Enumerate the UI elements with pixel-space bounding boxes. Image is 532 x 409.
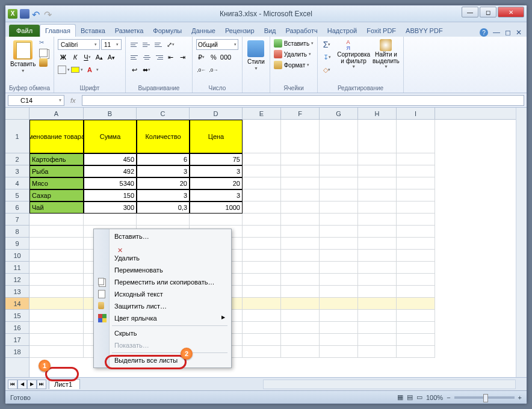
- worksheet[interactable]: A B C D E F G H I 1 2 3 4 5 6 7 8 9 10 1…: [5, 108, 527, 377]
- row-header[interactable]: 2: [5, 153, 29, 165]
- close-button[interactable]: ✕: [498, 7, 524, 17]
- align-left-button[interactable]: [129, 52, 140, 63]
- col-header[interactable]: G: [320, 108, 358, 119]
- cell[interactable]: менование товара: [29, 120, 84, 153]
- align-top-button[interactable]: [129, 39, 140, 50]
- col-header[interactable]: F: [281, 108, 320, 119]
- undo-icon[interactable]: ↶: [32, 9, 42, 19]
- italic-button[interactable]: К: [70, 52, 81, 63]
- underline-button[interactable]: Ч▾: [82, 52, 93, 63]
- align-right-button[interactable]: [153, 52, 164, 63]
- fx-icon[interactable]: fx: [67, 97, 79, 104]
- decrease-font-button[interactable]: A▾: [106, 52, 117, 63]
- doc-minimize-icon[interactable]: —: [493, 28, 500, 37]
- tab-data[interactable]: Данные: [187, 25, 220, 37]
- row-header[interactable]: 18: [5, 346, 29, 358]
- fill-button[interactable]: ↧▾: [321, 52, 332, 63]
- font-name-combo[interactable]: Calibri▾: [58, 39, 100, 50]
- col-header[interactable]: D: [190, 108, 243, 119]
- format-cells-button[interactable]: Формат▾: [274, 61, 310, 69]
- row-header[interactable]: 7: [5, 214, 29, 226]
- format-painter-icon[interactable]: [39, 58, 48, 67]
- tab-nav-first[interactable]: ⏮: [8, 380, 17, 389]
- save-icon[interactable]: [20, 9, 29, 19]
- column-headers[interactable]: A B C D E F G H I: [29, 108, 516, 120]
- paste-button[interactable]: Вставить ▼: [9, 39, 37, 74]
- styles-button[interactable]: Стили▼: [246, 39, 266, 72]
- zoom-level[interactable]: 100%: [426, 394, 443, 401]
- row-header[interactable]: 6: [5, 201, 29, 214]
- row-header[interactable]: 3: [5, 165, 29, 177]
- decrease-decimal-button[interactable]: ,0→: [208, 64, 219, 75]
- row-header[interactable]: 16: [5, 322, 29, 334]
- help-icon[interactable]: ?: [480, 28, 488, 37]
- col-header[interactable]: B: [84, 108, 137, 119]
- tab-insert[interactable]: Вставка: [76, 25, 110, 37]
- tab-view[interactable]: Вид: [259, 25, 281, 37]
- col-header[interactable]: H: [358, 108, 397, 119]
- fill-color-button[interactable]: [71, 67, 79, 73]
- tab-review[interactable]: Рецензир: [220, 25, 259, 37]
- col-header[interactable]: C: [137, 108, 190, 119]
- orientation-button[interactable]: ⤢▾: [165, 39, 176, 50]
- currency-button[interactable]: ₽▾: [196, 52, 207, 63]
- copy-icon[interactable]: [39, 49, 48, 57]
- tab-formulas[interactable]: Формулы: [148, 25, 187, 37]
- row-header[interactable]: 12: [5, 274, 29, 286]
- redo-icon[interactable]: ↷: [44, 9, 54, 19]
- row-header[interactable]: 8: [5, 226, 29, 238]
- row-header[interactable]: 10: [5, 250, 29, 262]
- increase-font-button[interactable]: A▴: [94, 52, 105, 63]
- bold-button[interactable]: Ж: [58, 52, 69, 63]
- font-color-button[interactable]: A: [84, 64, 95, 75]
- col-header[interactable]: E: [243, 108, 281, 119]
- zoom-in-button[interactable]: +: [518, 394, 522, 401]
- number-format-combo[interactable]: Общий▾: [196, 39, 238, 50]
- doc-restore-icon[interactable]: ◻: [505, 28, 511, 37]
- font-size-combo[interactable]: 11▾: [101, 39, 122, 50]
- clear-button[interactable]: ◇▾: [321, 64, 332, 75]
- tab-nav-last[interactable]: ⏭: [37, 380, 46, 389]
- increase-decimal-button[interactable]: ,0←: [196, 64, 207, 75]
- sort-filter-button[interactable]: Сортировка и фильтр▼: [337, 39, 370, 69]
- cell[interactable]: Картофель: [29, 153, 84, 165]
- ctx-insert[interactable]: Вставить…: [95, 230, 230, 242]
- border-button[interactable]: [58, 66, 66, 74]
- view-layout-icon[interactable]: ▤: [407, 393, 413, 401]
- select-all-corner[interactable]: [5, 108, 29, 120]
- tab-home[interactable]: Главная: [40, 24, 76, 37]
- name-box[interactable]: C14: [8, 95, 64, 106]
- row-header[interactable]: 9: [5, 238, 29, 250]
- ctx-protect[interactable]: Защитить лист…: [95, 300, 230, 312]
- zoom-slider[interactable]: [454, 396, 515, 399]
- increase-indent-button[interactable]: ⇥: [178, 52, 188, 63]
- ctx-rename[interactable]: Переименовать: [95, 264, 230, 276]
- find-select-button[interactable]: Найти и выделить▼: [373, 39, 400, 69]
- cell[interactable]: Сумма: [84, 120, 137, 153]
- ctx-tab-color[interactable]: Цвет ярлычка▶: [95, 312, 230, 324]
- cell[interactable]: Количество: [137, 120, 190, 153]
- maximize-button[interactable]: ◻: [480, 7, 496, 17]
- tab-addins[interactable]: Надстрой: [323, 25, 362, 37]
- merge-button[interactable]: ⬌▾: [141, 64, 152, 75]
- align-center-button[interactable]: [141, 52, 152, 63]
- tab-file[interactable]: Файл: [9, 25, 40, 37]
- vertical-scrollbar[interactable]: [516, 108, 527, 377]
- formula-input[interactable]: [82, 95, 524, 106]
- row-header[interactable]: 13: [5, 286, 29, 298]
- tab-abbyy[interactable]: ABBYY PDF: [401, 25, 448, 37]
- tab-foxit[interactable]: Foxit PDF: [362, 25, 401, 37]
- wrap-text-button[interactable]: ↩: [129, 64, 140, 75]
- ctx-hide[interactable]: Скрыть: [95, 327, 230, 339]
- row-header[interactable]: 17: [5, 334, 29, 346]
- row-header[interactable]: 4: [5, 177, 29, 189]
- cut-icon[interactable]: ✂: [39, 39, 48, 48]
- ctx-move-copy[interactable]: Переместить или скопировать…: [95, 276, 230, 288]
- col-header[interactable]: I: [397, 108, 435, 119]
- row-header[interactable]: 1: [5, 120, 29, 153]
- percent-button[interactable]: %: [208, 52, 219, 63]
- insert-cells-button[interactable]: Вставить▾: [274, 39, 314, 48]
- row-header[interactable]: 11: [5, 262, 29, 274]
- tab-layout[interactable]: Разметка: [110, 25, 149, 37]
- row-header[interactable]: 15: [5, 310, 29, 322]
